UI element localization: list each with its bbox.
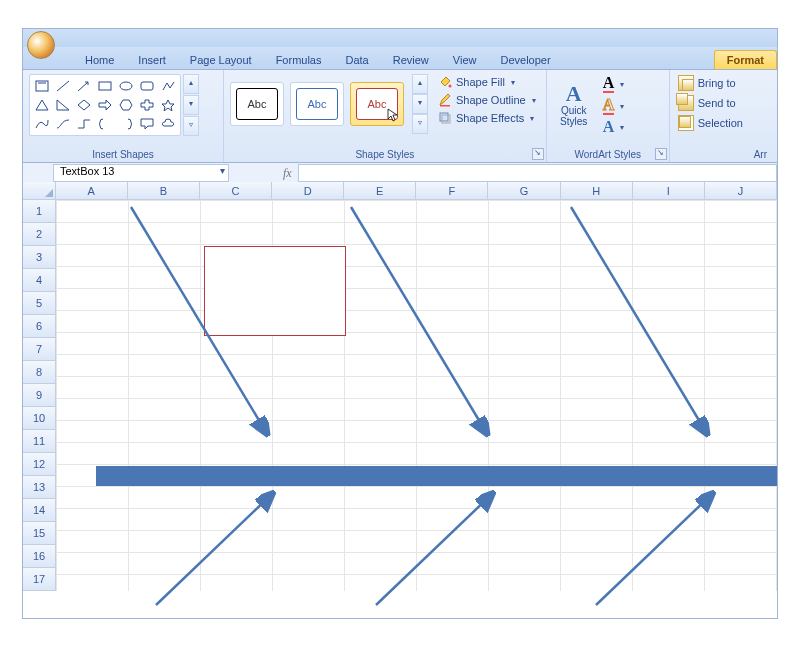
tab-developer[interactable]: Developer <box>488 51 562 69</box>
tab-format[interactable]: Format <box>714 50 777 69</box>
tab-review[interactable]: Review <box>381 51 441 69</box>
shape-brace-icon[interactable] <box>95 115 115 133</box>
arrow-shape[interactable] <box>591 490 721 610</box>
shape-effects-button[interactable]: Shape Effects ▾ <box>434 110 540 126</box>
shape-cloud-icon[interactable] <box>158 115 178 133</box>
style-gallery-more-button[interactable]: ▿ <box>412 114 428 134</box>
tab-insert[interactable]: Insert <box>126 51 178 69</box>
shape-outline-button[interactable]: Shape Outline ▾ <box>434 92 540 108</box>
shape-arrow-icon[interactable] <box>74 77 94 95</box>
style-gallery-up-button[interactable]: ▴ <box>412 74 428 94</box>
chevron-down-icon: ▾ <box>620 102 624 111</box>
select-all-button[interactable] <box>23 182 56 200</box>
shape-oval-icon[interactable] <box>116 77 136 95</box>
send-to-back-button[interactable]: Send to <box>676 94 771 112</box>
column-header[interactable]: G <box>488 182 560 200</box>
shape-plus-icon[interactable] <box>137 96 157 114</box>
arrow-shape[interactable] <box>371 490 501 610</box>
row-header[interactable]: 10 <box>23 407 56 430</box>
blue-bar-shape[interactable] <box>96 466 777 486</box>
row-header[interactable]: 6 <box>23 315 56 338</box>
column-header[interactable]: J <box>705 182 777 200</box>
column-header[interactable]: E <box>344 182 416 200</box>
tab-page-layout[interactable]: Page Layout <box>178 51 264 69</box>
column-header[interactable]: F <box>416 182 488 200</box>
tab-formulas[interactable]: Formulas <box>264 51 334 69</box>
tab-home[interactable]: Home <box>73 51 126 69</box>
column-header[interactable]: D <box>272 182 344 200</box>
bring-to-front-button[interactable]: Bring to <box>676 74 771 92</box>
text-fill-button[interactable]: A ▾ <box>599 74 629 94</box>
shape-diamond-icon[interactable] <box>74 96 94 114</box>
worksheet-grid[interactable]: A B C D E F G H I J 1 2 3 4 5 6 7 <box>23 182 777 618</box>
shape-style-gallery: Abc Abc Abc ▴ ▾ ▿ <box>230 74 428 134</box>
shape-right-arrow-icon[interactable] <box>95 96 115 114</box>
formula-input[interactable] <box>298 164 777 182</box>
row-header[interactable]: 4 <box>23 269 56 292</box>
text-effects-button[interactable]: A ▾ <box>599 118 629 136</box>
quick-styles-label: Quick Styles <box>560 105 587 127</box>
row-header[interactable]: 1 <box>23 200 56 223</box>
shape-styles-dialog-launcher[interactable]: ↘ <box>532 148 544 160</box>
column-header[interactable]: C <box>200 182 272 200</box>
shape-gallery[interactable] <box>29 74 181 136</box>
wordart-styles-dialog-launcher[interactable]: ↘ <box>655 148 667 160</box>
arrow-shape[interactable] <box>346 202 496 442</box>
shape-right-triangle-icon[interactable] <box>53 96 73 114</box>
shape-freeform-icon[interactable] <box>158 77 178 95</box>
shape-curve-icon[interactable] <box>32 115 52 133</box>
text-outline-button[interactable]: A ▾ <box>599 96 629 116</box>
row-header[interactable]: 14 <box>23 499 56 522</box>
shape-line-icon[interactable] <box>53 77 73 95</box>
gallery-down-button[interactable]: ▾ <box>183 95 199 115</box>
shape-style-red[interactable]: Abc <box>350 82 404 126</box>
tab-data[interactable]: Data <box>333 51 380 69</box>
row-header[interactable]: 15 <box>23 522 56 545</box>
row-header[interactable]: 8 <box>23 361 56 384</box>
shape-style-sample-label: Abc <box>296 88 338 120</box>
column-header[interactable]: I <box>633 182 705 200</box>
shape-callout-icon[interactable] <box>137 115 157 133</box>
shape-fill-button[interactable]: Shape Fill ▾ <box>434 74 540 90</box>
arrow-shape[interactable] <box>126 202 276 442</box>
row-header[interactable]: 17 <box>23 568 56 591</box>
tab-view[interactable]: View <box>441 51 489 69</box>
gallery-more-button[interactable]: ▿ <box>183 116 199 136</box>
row-header[interactable]: 5 <box>23 292 56 315</box>
row-header[interactable]: 9 <box>23 384 56 407</box>
quick-styles-button[interactable]: A Quick Styles <box>553 83 595 127</box>
column-header[interactable]: A <box>56 182 128 200</box>
shape-brace2-icon[interactable] <box>116 115 136 133</box>
column-header[interactable]: H <box>561 182 633 200</box>
arrow-shape[interactable] <box>566 202 716 442</box>
shape-triangle-icon[interactable] <box>32 96 52 114</box>
shape-hexagon-icon[interactable] <box>116 96 136 114</box>
name-box[interactable]: TextBox 13 <box>53 164 229 182</box>
gallery-up-button[interactable]: ▴ <box>183 74 199 94</box>
column-headers: A B C D E F G H I J <box>23 182 777 200</box>
row-header[interactable]: 11 <box>23 430 56 453</box>
shape-style-sample-label: Abc <box>236 88 278 120</box>
row-header[interactable]: 16 <box>23 545 56 568</box>
fx-icon[interactable]: fx <box>283 166 292 181</box>
style-gallery-down-button[interactable]: ▾ <box>412 94 428 114</box>
shape-elbow-icon[interactable] <box>74 115 94 133</box>
row-header[interactable]: 3 <box>23 246 56 269</box>
shape-connector-icon[interactable] <box>53 115 73 133</box>
shape-rectangle-icon[interactable] <box>95 77 115 95</box>
row-header[interactable]: 12 <box>23 453 56 476</box>
bring-to-front-label: Bring to <box>698 77 736 89</box>
row-header[interactable]: 2 <box>23 223 56 246</box>
arrow-shape[interactable] <box>151 490 281 610</box>
shape-textbox-icon[interactable] <box>32 77 52 95</box>
row-header[interactable]: 13 <box>23 476 56 499</box>
shape-style-blue[interactable]: Abc <box>290 82 344 126</box>
column-header[interactable]: B <box>128 182 200 200</box>
shape-star-icon[interactable] <box>158 96 178 114</box>
office-button[interactable] <box>27 31 55 59</box>
selection-pane-button[interactable]: Selection <box>676 114 771 132</box>
shape-rounded-rect-icon[interactable] <box>137 77 157 95</box>
shape-style-black[interactable]: Abc <box>230 82 284 126</box>
ribbon-tabs: Home Insert Page Layout Formulas Data Re… <box>23 47 777 70</box>
row-header[interactable]: 7 <box>23 338 56 361</box>
